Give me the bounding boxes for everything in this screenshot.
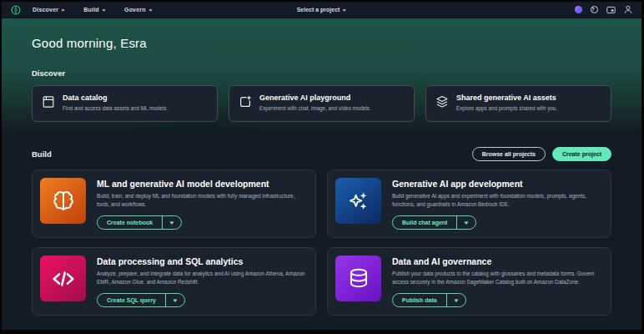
menu-govern-label: Govern	[124, 7, 146, 13]
publish-data-dropdown-toggle[interactable]: ▼	[446, 294, 465, 306]
discover-card-title: Shared generative AI assets	[456, 94, 557, 102]
main-menu: Discover ▼ Build ▼ Govern ▼	[33, 7, 153, 13]
build-chat-agent-split-button: Build chat agent ▼	[392, 215, 476, 230]
build-card-description: Publish your data products to the catalo…	[392, 270, 601, 286]
discover-card-data-catalog[interactable]: Data catalog Find and access data assets…	[32, 85, 218, 122]
menu-discover[interactable]: Discover ▼	[33, 7, 65, 13]
hero-section: Good morning, Esra Discover Data catalog…	[2, 18, 641, 135]
catalog-icon	[42, 95, 55, 109]
build-card-title: Generative AI app development	[392, 179, 601, 189]
build-card-content: Generative AI app development Build gene…	[392, 178, 601, 230]
sparkles-icon	[335, 178, 381, 224]
menu-build[interactable]: Build ▼	[83, 7, 106, 13]
build-card-title: Data processing and SQL analytics	[97, 256, 305, 266]
discover-section-label: Discover	[32, 68, 611, 78]
create-sql-query-button[interactable]: Create SQL query	[98, 294, 165, 306]
menu-discover-label: Discover	[33, 7, 58, 13]
create-sql-query-dropdown-toggle[interactable]: ▼	[165, 294, 184, 306]
build-card-content: ML and generative AI model development B…	[97, 178, 305, 230]
build-card-description: Analyze, prepare, and integrate data for…	[97, 270, 305, 286]
discover-card-generative-ai-playground[interactable]: Generative AI playground Experiment with…	[229, 85, 415, 122]
publish-data-split-button: Publish data ▼	[392, 293, 466, 307]
build-chat-agent-button[interactable]: Build chat agent	[393, 216, 456, 229]
build-section-label: Build	[32, 149, 472, 159]
discover-card-text: Generative AI playground Experiment with…	[259, 94, 371, 111]
discover-cards-row: Data catalog Find and access data assets…	[32, 85, 611, 122]
create-notebook-dropdown-toggle[interactable]: ▼	[162, 216, 181, 229]
discover-card-description: Find and access data assets and ML model…	[63, 105, 168, 111]
database-icon	[335, 256, 381, 301]
user-profile-icon[interactable]	[624, 5, 632, 14]
chevron-down-icon: ▼	[60, 8, 66, 13]
screenshot-frame: Discover ▼ Build ▼ Govern ▼ Select a pro…	[0, 0, 644, 334]
chevron-down-icon: ▼	[148, 8, 153, 13]
sagemaker-unified-studio-home: Discover ▼ Build ▼ Govern ▼ Select a pro…	[2, 2, 641, 330]
discover-card-text: Data catalog Find and access data assets…	[63, 94, 168, 111]
project-selector-label: Select a project	[297, 7, 340, 13]
chevron-down-icon: ▼	[452, 298, 459, 303]
project-selector-dropdown[interactable]: Select a project ▼	[297, 2, 347, 18]
discover-card-title: Data catalog	[63, 94, 168, 102]
chevron-down-icon: ▼	[172, 298, 179, 303]
build-card-description: Build, train, and deploy ML and foundati…	[97, 192, 305, 208]
build-section: Build Browse all projects Create project…	[2, 135, 641, 316]
publish-data-button[interactable]: Publish data	[393, 294, 446, 306]
build-card-data-processing-sql-analytics[interactable]: Data processing and SQL analytics Analyz…	[32, 247, 316, 316]
menu-govern[interactable]: Govern ▼	[124, 7, 153, 13]
build-section-header: Build Browse all projects Create project	[32, 147, 611, 161]
discover-card-shared-generative-ai-assets[interactable]: Shared generative AI assets Explore apps…	[425, 85, 611, 122]
build-chat-agent-dropdown-toggle[interactable]: ▼	[456, 216, 475, 229]
build-card-content: Data and AI governance Publish your data…	[392, 256, 601, 307]
brain-icon	[40, 178, 86, 224]
build-cards-grid: ML and generative AI model development B…	[32, 170, 611, 316]
create-notebook-button[interactable]: Create notebook	[98, 216, 162, 229]
chevron-down-icon: ▼	[341, 8, 347, 13]
layers-icon	[435, 95, 449, 109]
create-sql-query-split-button: Create SQL query ▼	[97, 293, 185, 307]
playground-icon	[239, 95, 252, 109]
app-logo-icon[interactable]	[11, 5, 21, 15]
feedback-icon[interactable]	[606, 6, 616, 14]
amazon-q-assistant-icon[interactable]	[575, 6, 582, 13]
discover-card-description: Experiment with chat, image, and video m…	[259, 105, 371, 111]
menu-build-label: Build	[83, 7, 99, 13]
discover-card-description: Explore apps and prompts shared with you…	[456, 105, 557, 111]
topbar-utilities: ?	[575, 5, 632, 14]
build-card-generative-ai-app-development[interactable]: Generative AI app development Build gene…	[327, 170, 611, 238]
help-icon[interactable]: ?	[591, 6, 598, 13]
chevron-down-icon: ▼	[101, 8, 107, 13]
chevron-down-icon: ▼	[169, 220, 175, 225]
chevron-down-icon: ▼	[463, 220, 470, 225]
build-card-title: Data and AI governance	[392, 256, 601, 266]
create-project-button[interactable]: Create project	[552, 147, 611, 161]
top-navigation-bar: Discover ▼ Build ▼ Govern ▼ Select a pro…	[2, 2, 641, 18]
discover-card-text: Shared generative AI assets Explore apps…	[456, 94, 557, 111]
build-card-content: Data processing and SQL analytics Analyz…	[97, 256, 305, 307]
build-card-description: Build generative AI apps and experiment …	[392, 192, 601, 208]
discover-card-title: Generative AI playground	[259, 94, 371, 102]
create-notebook-split-button: Create notebook ▼	[97, 215, 182, 230]
browse-all-projects-button[interactable]: Browse all projects	[472, 147, 546, 161]
build-card-ml-model-development[interactable]: ML and generative AI model development B…	[32, 170, 316, 238]
code-icon	[40, 256, 86, 301]
page-greeting: Good morning, Esra	[32, 36, 611, 50]
build-card-title: ML and generative AI model development	[97, 179, 305, 189]
build-card-data-ai-governance[interactable]: Data and AI governance Publish your data…	[327, 247, 611, 316]
